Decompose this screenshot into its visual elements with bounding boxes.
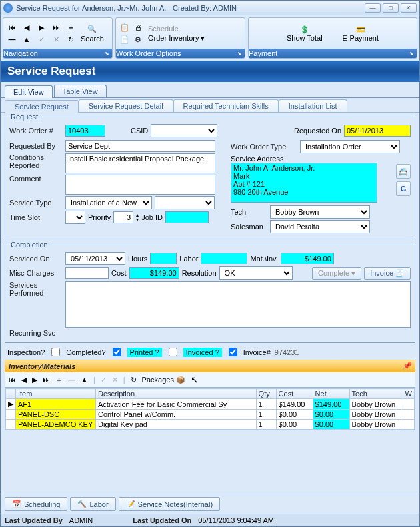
hours-input[interactable] — [150, 253, 177, 264]
gear-icon[interactable]: ⚙ — [133, 35, 143, 44]
ribbon: ⏮ ◀ ▶ ⏭ ＋ — ▲ ✓ ✕ ↻ 🔍 — [1, 15, 419, 61]
table-row[interactable]: ▶AF1Activation Fee for Basic Commercial … — [6, 399, 415, 410]
inventory-toolbar: ⏮ ◀ ▶ ⏭ ＋ — ▲ | ✓ ✕ | ↻ Packages 📦 ↖ — [5, 372, 415, 388]
inventory-grid[interactable]: Item Description Qty Cost Net Tech W ▶AF… — [5, 388, 415, 430]
printer-icon[interactable]: 🖨 — [133, 23, 143, 32]
print-icon[interactable]: 📋 — [120, 23, 129, 32]
ribbon-group-navigation: ⏮ ◀ ▶ ⏭ ＋ — ▲ ✓ ✕ ↻ 🔍 — [3, 17, 113, 59]
cursor-icon: ↖ — [191, 374, 199, 385]
tab-edit-view[interactable]: Edit View — [5, 85, 53, 98]
nav-add-icon[interactable]: ＋ — [66, 23, 75, 32]
inv-next-icon[interactable]: ▶ — [32, 376, 37, 384]
sub-tabstrip: Service Request Service Request Detail R… — [1, 98, 419, 113]
invoice-button[interactable]: Invoice 🧾 — [364, 267, 411, 280]
inv-last-icon[interactable]: ⏭ — [43, 376, 50, 384]
search-button[interactable]: 🔍 Search — [81, 24, 104, 43]
invoice-number: 974231 — [275, 348, 299, 356]
app-icon — [3, 3, 13, 13]
inv-post-icon[interactable]: ✓ — [101, 376, 107, 384]
services-performed-input[interactable] — [65, 281, 411, 328]
window-title: Service Request for Anderson, Jr.~Mr. Jo… — [16, 4, 363, 12]
completed-checkbox[interactable] — [113, 348, 121, 356]
salesman-select[interactable]: David Peralta — [270, 220, 370, 233]
doc-icon[interactable]: 📄 — [120, 35, 129, 44]
nav-prev-icon[interactable]: ◀ — [22, 23, 31, 32]
epayment-button[interactable]: 💳 E-Payment — [343, 25, 379, 42]
serviced-on-input[interactable]: 05/11/2013 — [65, 252, 125, 265]
tech-select[interactable]: Bobby Brown — [270, 205, 370, 219]
nav-refresh-icon[interactable]: ↻ — [66, 35, 75, 44]
statusbar: Last Updated By ADMIN Last Updated On 05… — [1, 514, 419, 526]
priority-input[interactable] — [113, 211, 133, 223]
btab-scheduling[interactable]: 📅Scheduling — [5, 497, 67, 511]
expand-icon[interactable]: ⬊ — [409, 51, 417, 57]
nav-post-icon[interactable]: ✓ — [37, 35, 46, 44]
packages-button[interactable]: Packages 📦 — [142, 376, 185, 384]
minimize-button[interactable]: — — [365, 3, 381, 13]
time-slot-select[interactable] — [65, 211, 85, 224]
service-type-select[interactable]: Installation of a New Sect — [65, 196, 152, 209]
map-button[interactable]: G — [396, 181, 411, 196]
inv-cancel-icon[interactable]: ✕ — [112, 376, 118, 384]
cost-input[interactable] — [129, 267, 179, 279]
table-row[interactable]: PANEL-ADEMCO KEYDigital Key pad1$0.00$0.… — [6, 420, 415, 430]
nav-next-icon[interactable]: ▶ — [37, 23, 46, 32]
nav-edit-icon[interactable]: ▲ — [22, 35, 31, 44]
close-button[interactable]: ✕ — [401, 3, 417, 13]
btab-notes[interactable]: 📝Service Notes(Internal) — [119, 497, 221, 511]
job-id-input[interactable] — [165, 211, 209, 223]
wo-type-select[interactable]: Installation Order — [300, 140, 400, 153]
subtab-sr-detail[interactable]: Service Request Detail — [79, 99, 173, 112]
comment-input[interactable] — [65, 175, 215, 195]
subtab-service-request[interactable]: Service Request — [5, 100, 79, 113]
expand-icon[interactable]: ⬊ — [237, 51, 245, 57]
maximize-button[interactable]: □ — [383, 3, 399, 13]
work-order-input[interactable] — [65, 125, 105, 137]
matinv-input[interactable] — [281, 253, 334, 264]
completion-fieldset: Completion Serviced On 05/11/2013 Hours … — [5, 241, 415, 343]
address-detail-button[interactable]: 📇 — [396, 164, 411, 179]
resolution-select[interactable]: OK — [219, 266, 293, 280]
subtab-tech-skills[interactable]: Required Technician Skills — [173, 99, 279, 112]
requested-by-input[interactable] — [65, 140, 215, 152]
inv-refresh-icon[interactable]: ↻ — [131, 376, 137, 384]
expand-icon[interactable]: ⬊ — [105, 51, 112, 57]
nav-cancel-icon[interactable]: ✕ — [51, 35, 61, 44]
invoiced-checkbox[interactable] — [229, 348, 237, 356]
service-address-input[interactable] — [231, 163, 377, 203]
ribbon-group-options: 📋 🖨 📄 ⚙ Schedule Order Inventory ▾ Work … — [115, 17, 245, 59]
service-type-detail-select[interactable] — [155, 196, 215, 209]
note-icon: 📝 — [126, 500, 135, 508]
ribbon-group-payment: 💲 Show Total 💳 E-Payment Payment⬊ — [248, 17, 417, 59]
labor-input[interactable] — [201, 253, 247, 264]
nav-last-icon[interactable]: ⏭ — [51, 23, 61, 32]
inv-prev-icon[interactable]: ◀ — [21, 376, 27, 384]
csid-select[interactable] — [151, 124, 217, 137]
conditions-reported-input[interactable] — [65, 153, 215, 173]
inventory-header: Inventory\Materials 📌 — [5, 360, 415, 372]
bottom-tabs: 📅Scheduling 🔨Labor 📝Service Notes(Intern… — [1, 494, 419, 514]
complete-button[interactable]: Complete ▾ — [312, 267, 361, 280]
inv-delete-icon[interactable]: — — [68, 376, 75, 384]
requested-on-input[interactable] — [344, 125, 411, 137]
inv-first-icon[interactable]: ⏮ — [9, 376, 16, 384]
pin-icon[interactable]: 📌 — [402, 362, 411, 370]
flags-row: Inspection? Completed? Printed ? Invoice… — [5, 344, 415, 360]
order-inventory-button[interactable]: Order Inventory ▾ — [148, 34, 205, 43]
printed-checkbox[interactable] — [169, 348, 177, 356]
inspection-checkbox[interactable] — [51, 348, 60, 356]
subtab-install-list[interactable]: Installation List — [279, 99, 347, 112]
card-icon: 💳 — [356, 25, 365, 34]
inv-add-icon[interactable]: ＋ — [55, 375, 63, 385]
btab-labor[interactable]: 🔨Labor — [70, 497, 115, 511]
inv-edit-icon[interactable]: ▲ — [81, 376, 88, 384]
schedule-button[interactable]: Schedule — [148, 25, 205, 33]
misc-charges-input[interactable] — [65, 267, 109, 279]
nav-first-icon[interactable]: ⏮ — [7, 23, 17, 32]
show-total-button[interactable]: 💲 Show Total — [287, 25, 323, 42]
dropdown-icon: ▾ — [201, 34, 205, 42]
nav-delete-icon[interactable]: — — [7, 35, 17, 44]
table-row[interactable]: PANEL-DSCControl Panel w/Comm.1$0.00$0.0… — [6, 410, 415, 420]
spinner-icon[interactable]: ▴▾ — [136, 213, 139, 222]
tab-table-view[interactable]: Table View — [54, 85, 107, 97]
